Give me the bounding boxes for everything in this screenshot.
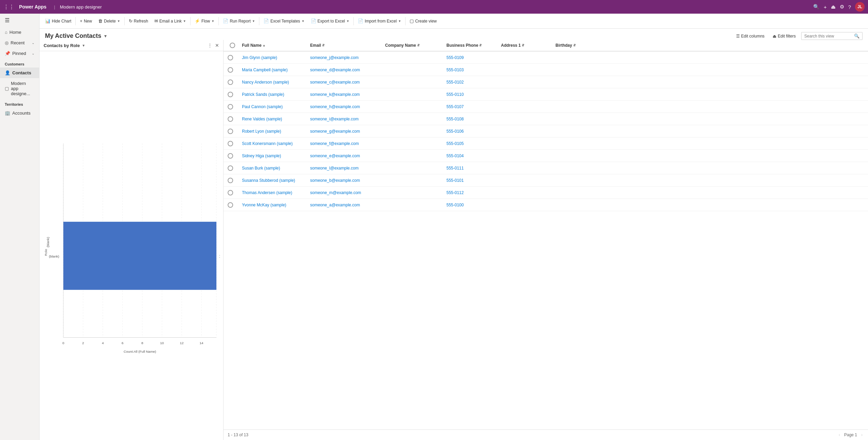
export-icon: 📄 — [311, 18, 316, 24]
fullname-cell[interactable]: Paul Cannon (sample) — [240, 102, 308, 111]
birthday-col-header[interactable]: Birthday ⇵ — [553, 40, 588, 50]
address-cell — [499, 92, 553, 97]
birthday-cell — [553, 142, 588, 146]
prev-page-button[interactable]: ‹ — [837, 432, 841, 438]
row-checkbox-2[interactable] — [228, 79, 240, 85]
svg-text:Role: Role — [44, 249, 48, 256]
row-checkbox-4[interactable] — [228, 104, 240, 109]
add-icon[interactable]: + — [824, 4, 827, 10]
fullname-col-header[interactable]: Full Name ▲ — [240, 40, 308, 50]
company-sort-icon: ⇵ — [417, 44, 420, 47]
edit-columns-button[interactable]: ☰ Edit columns — [733, 32, 767, 40]
run-report-button[interactable]: 📄 Run Report ▼ — [220, 17, 258, 25]
search-icon[interactable]: 🔍 — [813, 4, 820, 10]
row-checkbox-9[interactable] — [228, 165, 240, 171]
email-cell[interactable]: someone_g@example.com — [308, 127, 383, 136]
email-cell[interactable]: someone_c@example.com — [308, 78, 383, 87]
fullname-cell[interactable]: Maria Campbell (sample) — [240, 65, 308, 74]
email-cell[interactable]: someone_f@example.com — [308, 139, 383, 148]
fullname-cell[interactable]: Rene Valdes (sample) — [240, 115, 308, 123]
view-title-chevron-icon: ▼ — [103, 34, 107, 39]
phone-col-header[interactable]: Business Phone ⇵ — [444, 40, 499, 50]
email-cell[interactable]: someone_b@example.com — [308, 176, 383, 185]
email-col-header[interactable]: Email ⇵ — [308, 40, 383, 50]
email-cell[interactable]: someone_e@example.com — [308, 151, 383, 160]
fullname-cell[interactable]: Jim Glynn (sample) — [240, 53, 308, 62]
main-layout: ☰ ⌂ Home ◎ Recent ⌄ 📌 Pinned ⌄ Customers… — [0, 14, 868, 440]
row-checkbox-7[interactable] — [228, 141, 240, 146]
chart-close-icon[interactable]: ✕ — [215, 43, 219, 48]
sidebar-item-contacts[interactable]: 👤 Contacts — [0, 68, 39, 78]
fullname-cell[interactable]: Thomas Andersen (sample) — [240, 188, 308, 197]
email-dropdown-icon: ▼ — [183, 19, 186, 23]
email-link-button[interactable]: ✉ Email a Link ▼ — [152, 17, 189, 25]
email-cell[interactable]: someone_h@example.com — [308, 102, 383, 111]
sidebar-home-label: Home — [10, 30, 21, 35]
row-checkbox-6[interactable] — [228, 129, 240, 134]
hide-chart-button[interactable]: 📊 Hide Chart — [42, 17, 74, 25]
fullname-cell[interactable]: Sidney Higa (sample) — [240, 151, 308, 160]
excel-templates-button[interactable]: 📄 Excel Templates ▼ — [261, 17, 307, 25]
row-checkbox-11[interactable] — [228, 190, 240, 195]
table-row: Yvonne McKay (sample) someone_a@example.… — [224, 199, 868, 211]
row-checkbox-0[interactable] — [228, 55, 240, 60]
sidebar-hamburger[interactable]: ☰ — [0, 14, 39, 27]
settings-icon[interactable]: ⚙ — [840, 4, 844, 10]
fullname-cell[interactable]: Yvonne McKay (sample) — [240, 201, 308, 209]
view-title[interactable]: My Active Contacts ▼ — [45, 32, 107, 40]
search-view-icon[interactable]: 🔍 — [854, 33, 859, 39]
sidebar-item-recent[interactable]: ◎ Recent ⌄ — [0, 38, 39, 48]
row-checkbox-3[interactable] — [228, 92, 240, 97]
row-checkbox-10[interactable] — [228, 178, 240, 183]
email-cell[interactable]: someone_i@example.com — [308, 115, 383, 123]
nav-right-icons: 🔍 + ⏏ ⚙ ? JL — [813, 2, 865, 12]
sidebar-item-modern-app[interactable]: ▢ Modern app designe... — [0, 78, 39, 99]
company-col-header[interactable]: Company Name ⇵ — [383, 40, 444, 50]
sidebar-item-home[interactable]: ⌂ Home — [0, 27, 39, 38]
next-page-button[interactable]: › — [860, 432, 864, 438]
row-checkbox-5[interactable] — [228, 116, 240, 122]
record-count: 1 - 13 of 13 — [228, 432, 248, 437]
email-cell[interactable]: someone_j@example.com — [308, 53, 383, 62]
email-cell[interactable]: someone_a@example.com — [308, 201, 383, 209]
fullname-cell[interactable]: Susan Burk (sample) — [240, 164, 308, 173]
flow-button[interactable]: ⚡ Flow ▼ — [192, 17, 217, 25]
fullname-cell[interactable]: Scott Konersmann (sample) — [240, 139, 308, 148]
user-avatar[interactable]: JL — [855, 2, 865, 12]
fullname-cell[interactable]: Robert Lyon (sample) — [240, 127, 308, 136]
email-cell[interactable]: someone_m@example.com — [308, 188, 383, 197]
sidebar-item-pinned[interactable]: 📌 Pinned ⌄ — [0, 48, 39, 59]
pin-icon: 📌 — [5, 51, 10, 56]
refresh-button[interactable]: ↻ Refresh — [126, 17, 151, 25]
import-excel-button[interactable]: 📄 Import from Excel ▼ — [355, 17, 404, 25]
address-col-header[interactable]: Address 1 ⇵ — [499, 40, 553, 50]
fullname-cell[interactable]: Nancy Anderson (sample) — [240, 78, 308, 87]
grid-panel: Full Name ▲ Email ⇵ Company Name ⇵ Busin… — [224, 40, 868, 440]
view-title-text: My Active Contacts — [45, 32, 101, 40]
new-button[interactable]: + New — [77, 17, 95, 25]
export-excel-button[interactable]: 📄 Export to Excel ▼ — [308, 17, 352, 25]
filter-icon[interactable]: ⏏ — [831, 4, 836, 10]
sidebar-item-accounts[interactable]: 🏢 Accounts — [0, 108, 39, 118]
chart-more-icon[interactable]: ⋮ — [208, 43, 212, 48]
help-icon[interactable]: ? — [848, 4, 851, 10]
delete-button[interactable]: 🗑 Delete ▼ — [95, 17, 123, 25]
email-icon: ✉ — [154, 18, 158, 24]
select-all-checkbox[interactable] — [230, 43, 235, 48]
fullname-cell[interactable]: Susanna Stubberod (sample) — [240, 176, 308, 185]
phone-cell: 555-0107 — [444, 102, 499, 111]
svg-text:2: 2 — [82, 341, 84, 345]
row-checkbox-8[interactable] — [228, 153, 240, 159]
table-row: Maria Campbell (sample) someone_d@exampl… — [224, 64, 868, 76]
row-checkbox-1[interactable] — [228, 67, 240, 73]
email-cell[interactable]: someone_k@example.com — [308, 90, 383, 99]
svg-text:0: 0 — [62, 341, 64, 345]
row-checkbox-12[interactable] — [228, 202, 240, 208]
create-view-button[interactable]: ▢ Create view — [407, 17, 439, 25]
fullname-cell[interactable]: Patrick Sands (sample) — [240, 90, 308, 99]
search-view-input[interactable] — [804, 34, 852, 39]
email-cell[interactable]: someone_d@example.com — [308, 65, 383, 74]
svg-text:8: 8 — [141, 341, 143, 345]
email-cell[interactable]: someone_l@example.com — [308, 164, 383, 173]
edit-filters-button[interactable]: ⏏ Edit filters — [770, 32, 798, 40]
